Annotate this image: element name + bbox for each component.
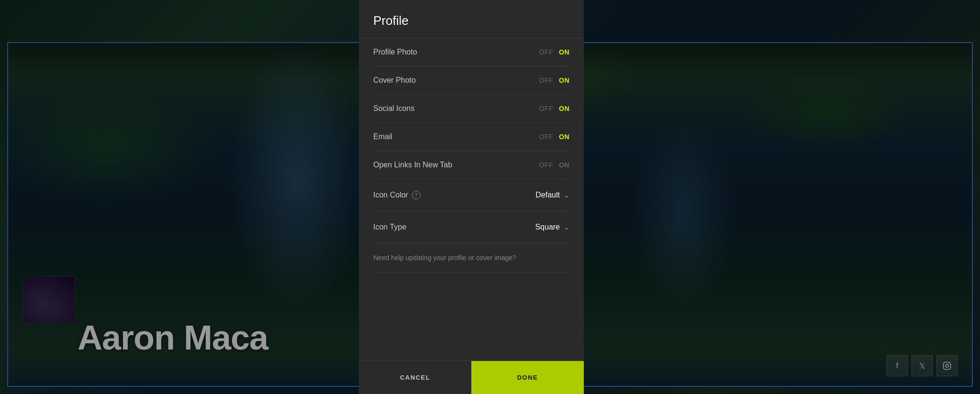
instagram-icon[interactable] [936,355,958,376]
open-links-on: ON [559,161,569,169]
setting-row-profile-photo: Profile Photo OFF ON [373,38,569,66]
icon-color-value: Default [535,191,560,199]
icon-type-dropdown[interactable]: Square ⌄ [535,221,569,233]
social-icons-bar: f 𝕏 [887,355,958,376]
twitter-icon[interactable]: 𝕏 [912,355,933,376]
email-on: ON [559,133,569,141]
profile-photo-off: OFF [539,48,554,56]
cover-photo-label: Cover Photo [373,76,416,85]
svg-point-1 [946,364,948,367]
cancel-button[interactable]: CANCEL [359,361,471,394]
facebook-icon[interactable]: f [887,355,908,376]
done-button[interactable]: DONE [471,361,584,394]
icon-color-dropdown[interactable]: Default ⌄ [535,189,569,201]
profile-modal: Profile Profile Photo OFF ON Cover Photo… [359,0,584,394]
modal-header: Profile [359,0,584,38]
cover-photo-on: ON [559,77,569,84]
setting-row-icon-color: Icon Color ? Default ⌄ [373,179,569,211]
email-label: Email [373,132,392,141]
cover-photo-toggle[interactable]: OFF ON [539,77,570,84]
icon-color-help-icon[interactable]: ? [412,191,421,199]
svg-point-2 [948,363,949,364]
setting-row-open-links: Open Links In New Tab OFF ON [373,151,569,179]
icon-color-chevron-icon: ⌄ [564,191,569,199]
help-text-block: Need help updating your profile or cover… [373,243,569,273]
profile-photo-toggle[interactable]: OFF ON [539,48,570,56]
email-off: OFF [539,133,554,141]
user-name-overlay: Aaron Maca [78,318,268,357]
setting-row-social-icons: Social Icons OFF ON [373,95,569,123]
cover-photo-off: OFF [539,77,554,84]
help-text-content: Need help updating your profile or cover… [373,254,516,262]
setting-row-email: Email OFF ON [373,123,569,151]
icon-type-chevron-icon: ⌄ [564,223,569,231]
social-icons-on: ON [559,105,569,112]
modal-body: Profile Photo OFF ON Cover Photo OFF ON … [359,38,584,361]
setting-row-cover-photo: Cover Photo OFF ON [373,66,569,95]
profile-photo-label: Profile Photo [373,48,417,56]
profile-thumbnail [22,276,75,324]
icon-type-value: Square [535,223,560,231]
setting-row-icon-type: Icon Type Square ⌄ [373,211,569,243]
icon-type-label: Icon Type [373,223,406,231]
modal-footer: CANCEL DONE [359,361,584,394]
profile-thumb-inner [23,276,75,323]
open-links-label: Open Links In New Tab [373,161,452,169]
social-icons-toggle[interactable]: OFF ON [539,105,570,112]
email-toggle[interactable]: OFF ON [539,133,570,141]
open-links-toggle[interactable]: OFF ON [539,161,570,169]
open-links-off: OFF [539,161,554,169]
social-icons-label: Social Icons [373,104,414,113]
social-icons-off: OFF [539,105,554,112]
modal-title: Profile [373,13,569,28]
profile-photo-on: ON [559,48,569,56]
icon-color-label: Icon Color ? [373,191,421,199]
svg-rect-0 [944,362,951,370]
